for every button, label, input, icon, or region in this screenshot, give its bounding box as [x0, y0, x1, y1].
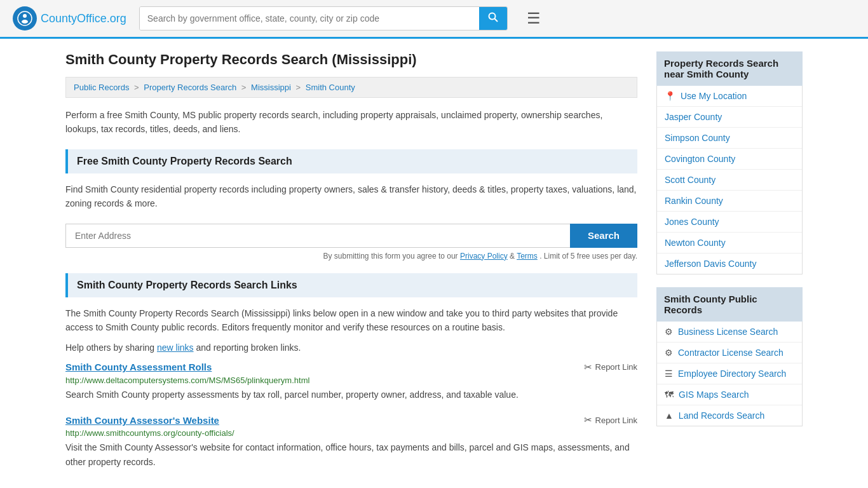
- report-icon-1: ✂: [584, 362, 592, 373]
- employee-directory-icon: ☰: [665, 369, 673, 379]
- breadcrumb-smith-county[interactable]: Smith County: [306, 83, 355, 92]
- svg-point-3: [489, 13, 495, 20]
- link-desc-1: Search Smith County property assessments…: [65, 388, 637, 402]
- free-search-header: Free Smith County Property Records Searc…: [65, 149, 637, 173]
- new-links-link[interactable]: new links: [157, 342, 194, 353]
- form-note: By submitting this form you agree to our…: [65, 252, 637, 261]
- links-description: The Smith County Property Records Search…: [65, 306, 637, 335]
- sidebar-contractor-license[interactable]: ⚙ Contractor License Search: [657, 342, 802, 363]
- link-item-2-title[interactable]: Smith County Assessor's Website: [65, 415, 219, 426]
- page-description: Perform a free Smith County, MS public p…: [65, 108, 637, 137]
- sidebar-use-location[interactable]: 📍 Use My Location: [657, 86, 802, 107]
- link-item-2: Smith County Assessor's Website ✂ Report…: [65, 414, 637, 469]
- covington-county-link[interactable]: Covington County: [665, 154, 735, 164]
- address-search-area: Search By submitting this form you agree…: [65, 224, 637, 261]
- breadcrumb-mississippi[interactable]: Mississippi: [251, 83, 291, 92]
- logo-icon: [13, 6, 37, 30]
- logo-text: CountyOffice.org: [41, 12, 126, 25]
- free-search-description: Find Smith County residential property r…: [65, 182, 637, 211]
- link-desc-2: Visit the Smith County Assessor's websit…: [65, 440, 637, 469]
- sidebar-business-license[interactable]: ⚙ Business License Search: [657, 322, 802, 342]
- breadcrumb-public-records[interactable]: Public Records: [74, 83, 129, 92]
- sidebar-item-simpson[interactable]: Simpson County: [657, 128, 802, 149]
- jasper-county-link[interactable]: Jasper County: [665, 112, 722, 122]
- report-icon-2: ✂: [584, 414, 592, 426]
- use-my-location-link[interactable]: Use My Location: [681, 91, 747, 101]
- report-link-2[interactable]: ✂ Report Link: [584, 414, 637, 426]
- sidebar-item-newton[interactable]: Newton County: [657, 233, 802, 254]
- links-help-text: Help others by sharing new links and rep…: [65, 341, 637, 355]
- rankin-county-link[interactable]: Rankin County: [665, 196, 723, 206]
- breadcrumb: Public Records > Property Records Search…: [65, 77, 637, 98]
- sidebar-item-rankin[interactable]: Rankin County: [657, 191, 802, 212]
- sidebar-nearby-list: 📍 Use My Location Jasper County Simpson …: [656, 86, 803, 274]
- privacy-policy-link[interactable]: Privacy Policy: [460, 252, 508, 261]
- scott-county-link[interactable]: Scott County: [665, 175, 715, 185]
- contractor-license-icon: ⚙: [665, 348, 673, 358]
- site-header: CountyOffice.org ☰: [0, 0, 868, 39]
- sidebar-item-jefferson-davis[interactable]: Jefferson Davis County: [657, 254, 802, 274]
- page-title: Smith County Property Records Search (Mi…: [65, 51, 637, 68]
- link-item-2-title-row: Smith County Assessor's Website ✂ Report…: [65, 414, 637, 426]
- sidebar-nearby-section: Property Records Search near Smith Count…: [656, 51, 803, 274]
- sidebar-item-covington[interactable]: Covington County: [657, 149, 802, 170]
- report-link-1[interactable]: ✂ Report Link: [584, 362, 637, 373]
- sidebar-gis-maps[interactable]: 🗺 GIS Maps Search: [657, 384, 802, 405]
- svg-point-2: [22, 20, 28, 24]
- sidebar-employee-directory[interactable]: ☰ Employee Directory Search: [657, 363, 802, 384]
- terms-link[interactable]: Terms: [517, 252, 538, 261]
- sidebar-public-records-section: Smith County Public Records ⚙ Business L…: [656, 287, 803, 426]
- sidebar: Property Records Search near Smith Count…: [656, 51, 803, 482]
- newton-county-link[interactable]: Newton County: [665, 238, 726, 248]
- simpson-county-link[interactable]: Simpson County: [665, 133, 730, 143]
- business-license-icon: ⚙: [665, 327, 673, 337]
- link-url-1[interactable]: http://www.deltacomputersystems.com/MS/M…: [65, 376, 637, 385]
- breadcrumb-property-records-search[interactable]: Property Records Search: [144, 83, 236, 92]
- address-input[interactable]: [65, 224, 570, 248]
- address-input-row: Search: [65, 224, 637, 248]
- header-search-bar: [139, 6, 508, 30]
- sidebar-item-scott[interactable]: Scott County: [657, 170, 802, 191]
- main-content: Smith County Property Records Search (Mi…: [65, 51, 637, 482]
- business-license-link[interactable]: Business License Search: [678, 327, 778, 337]
- gis-maps-icon: 🗺: [665, 390, 674, 400]
- jones-county-link[interactable]: Jones County: [665, 217, 719, 227]
- land-records-link[interactable]: Land Records Search: [679, 410, 764, 421]
- address-search-button[interactable]: Search: [570, 224, 637, 248]
- svg-line-4: [494, 19, 498, 22]
- link-item-1-title-row: Smith County Assessment Rolls ✂ Report L…: [65, 362, 637, 373]
- header-search-button[interactable]: [479, 7, 507, 30]
- sidebar-nearby-title: Property Records Search near Smith Count…: [656, 51, 803, 86]
- employee-directory-link[interactable]: Employee Directory Search: [678, 369, 786, 379]
- logo-link[interactable]: CountyOffice.org: [13, 6, 126, 30]
- hamburger-menu[interactable]: ☰: [527, 10, 541, 27]
- jefferson-davis-county-link[interactable]: Jefferson Davis County: [665, 259, 756, 269]
- links-section-header: Smith County Property Records Search Lin…: [65, 273, 637, 297]
- links-section: Smith County Property Records Search Lin…: [65, 273, 637, 469]
- header-search-input[interactable]: [140, 7, 479, 30]
- land-records-icon: ▲: [665, 410, 674, 421]
- location-icon: 📍: [665, 91, 675, 101]
- sidebar-land-records[interactable]: ▲ Land Records Search: [657, 405, 802, 426]
- sidebar-public-records-title: Smith County Public Records: [656, 287, 803, 322]
- gis-maps-link[interactable]: GIS Maps Search: [679, 390, 749, 400]
- link-item-1-title[interactable]: Smith County Assessment Rolls: [65, 362, 212, 372]
- link-item-1: Smith County Assessment Rolls ✂ Report L…: [65, 362, 637, 402]
- contractor-license-link[interactable]: Contractor License Search: [678, 348, 783, 358]
- link-url-2[interactable]: http://www.smithcountyms.org/county-offi…: [65, 428, 637, 438]
- svg-point-1: [23, 14, 27, 18]
- sidebar-item-jasper[interactable]: Jasper County: [657, 107, 802, 128]
- sidebar-public-records-list: ⚙ Business License Search ⚙ Contractor L…: [656, 322, 803, 426]
- sidebar-item-jones[interactable]: Jones County: [657, 212, 802, 233]
- main-layout: Smith County Property Records Search (Mi…: [53, 39, 815, 488]
